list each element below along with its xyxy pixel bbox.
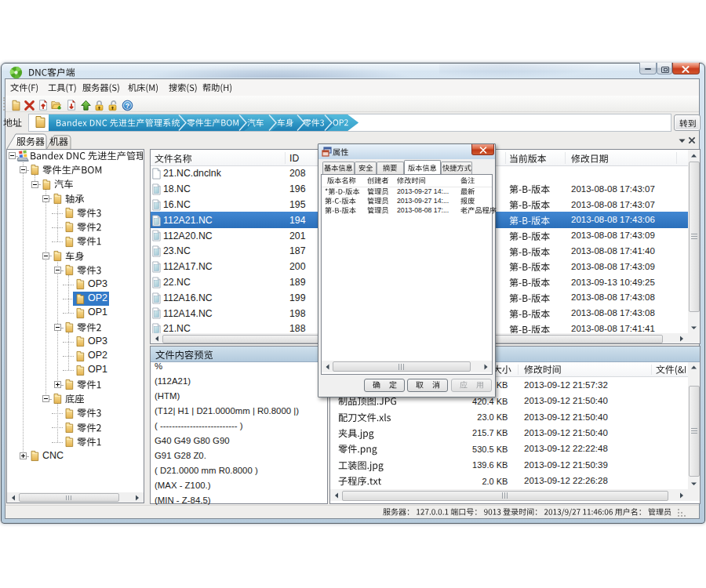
svg-text:?: ? [125,101,129,109]
